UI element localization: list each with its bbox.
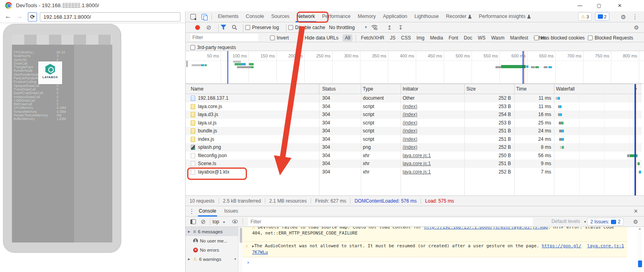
col-header-waterfall[interactable]: Waterfall xyxy=(556,86,575,92)
filter-type-ws[interactable]: WS xyxy=(476,34,488,41)
import-har-icon[interactable]: ↥ xyxy=(387,22,392,32)
console-warning-sourcemap[interactable]: ⚠ DevTools failed to load source map: Co… xyxy=(243,227,627,242)
network-settings-gear-icon[interactable]: ⚙ xyxy=(634,24,639,31)
col-header-time[interactable]: Time xyxy=(516,86,527,92)
filter-type-fetch-xhr[interactable]: Fetch/XHR xyxy=(358,34,387,41)
request-initiator[interactable]: (index) xyxy=(403,135,417,144)
preserve-log-checkbox[interactable]: Preserve log xyxy=(245,22,279,32)
console-sidebar-no-user-me-[interactable]: No user me... xyxy=(186,236,238,245)
tab-elements[interactable]: Elements xyxy=(214,11,242,22)
filter-type-js[interactable]: JS xyxy=(388,34,398,41)
request-initiator[interactable]: (index) xyxy=(403,143,417,152)
filter-type-wasm[interactable]: Wasm xyxy=(489,34,507,41)
table-row-laya.ui.js[interactable]: laya.ui.js304script(index)253 B25 ms xyxy=(186,119,642,127)
maximize-button[interactable]: ▢ xyxy=(590,0,608,11)
table-row-splash.png[interactable]: splash.png304png(index)252 B8 ms xyxy=(186,143,642,152)
expand-caret-icon[interactable]: ▶ xyxy=(188,230,191,233)
network-filter-input[interactable] xyxy=(190,34,258,41)
filter-type-media[interactable]: Media xyxy=(428,34,446,41)
tab-memory[interactable]: Memory xyxy=(354,11,379,22)
request-initiator[interactable]: laya.core.js:1 xyxy=(403,152,431,160)
has-blocked-cookies-checkbox[interactable]: Has blocked cookies xyxy=(534,33,585,43)
col-header-size[interactable]: Size xyxy=(466,86,476,92)
clear-console-icon[interactable]: ⊘ xyxy=(201,218,206,225)
live-expression-eye-icon[interactable] xyxy=(232,220,238,223)
url-bar[interactable]: 192.168.137.1:8000/ xyxy=(40,12,180,22)
col-header-name[interactable]: Name xyxy=(191,86,204,92)
request-initiator[interactable]: (index) xyxy=(403,127,417,135)
console-settings-gear-icon[interactable]: ⚙ xyxy=(633,219,638,225)
export-har-icon[interactable]: ↧ xyxy=(398,22,403,32)
tab-console[interactable]: Console xyxy=(242,11,268,22)
console-context-dropdown[interactable]: top ▼ xyxy=(213,219,226,225)
table-row-fileconfig.json[interactable]: fileconfig.json304xhrlaya.core.js:1250 B… xyxy=(186,152,642,160)
console-sidebar-6-messages[interactable]: ▶≡6 messages xyxy=(186,227,238,236)
chevron-down-icon[interactable]: ▼ xyxy=(234,258,237,260)
filter-type-font[interactable]: Font xyxy=(446,34,460,41)
scroll-up-arrow-icon[interactable]: ▲ xyxy=(638,227,642,231)
filter-type-doc[interactable]: Doc xyxy=(461,34,474,41)
console-sidebar-toggle-icon[interactable] xyxy=(190,219,196,224)
filter-type-img[interactable]: Img xyxy=(414,34,427,41)
close-button[interactable]: ✕ xyxy=(611,0,629,11)
console-warning-audiocontext[interactable]: ⚠ laya.core.js:1 ▶The AudioContext was n… xyxy=(243,242,627,257)
filter-type-all[interactable]: All xyxy=(343,34,352,41)
console-sidebar-no-errors[interactable]: ✕No errors xyxy=(186,245,238,254)
msg2-link-part1[interactable]: https://goo.gl/ xyxy=(542,243,581,248)
reload-button[interactable]: ⟳ xyxy=(28,12,37,22)
table-row-192.168.137.1[interactable]: 192.168.137.1304documentOther252 B11 ms xyxy=(186,94,642,102)
throttling-dropdown[interactable]: No throttling ▼ xyxy=(329,22,368,32)
table-row-laya.d3.js[interactable]: laya.d3.js304script(index)254 B16 ms xyxy=(186,110,642,119)
tab-recorder[interactable]: Recorder xyxy=(442,11,475,22)
search-icon[interactable] xyxy=(232,22,237,32)
table-row-Scene.ls[interactable]: Scene.ls304xhrlaya.core.js:1251 B9 ms xyxy=(186,160,642,168)
network-overview-timeline[interactable]: 50 ms100 ms150 ms200 ms250 ms300 ms350 m… xyxy=(186,51,644,84)
scrollbar-thumb[interactable] xyxy=(638,260,642,267)
tab-sources[interactable]: Sources xyxy=(268,11,293,22)
warnings-badge[interactable]: ⚠ 3 xyxy=(578,12,592,21)
tab-performance-insights[interactable]: Performance insights xyxy=(475,11,534,22)
filter-type-manifest[interactable]: Manifest xyxy=(508,34,530,41)
settings-gear-icon[interactable]: ⚙ xyxy=(621,14,626,21)
filter-type-css[interactable]: CSS xyxy=(399,34,413,41)
col-header-status[interactable]: Status xyxy=(322,86,336,92)
table-row-laya.core.js[interactable]: laya.core.js304script(index)253 B11 ms xyxy=(186,102,642,111)
overview-handle[interactable] xyxy=(186,61,188,67)
request-initiator[interactable]: laya.core.js:1 xyxy=(403,160,431,168)
network-conditions-icon[interactable] xyxy=(371,22,378,32)
request-initiator[interactable]: (index) xyxy=(403,110,417,119)
col-header-type[interactable]: Type xyxy=(363,86,373,92)
tab-lighthouse[interactable]: Lighthouse xyxy=(411,11,442,22)
console-sidebar-scrollbar[interactable] xyxy=(239,227,243,272)
filter-funnel-icon[interactable] xyxy=(221,22,226,32)
console-filter-input[interactable] xyxy=(248,218,533,226)
clear-network-icon[interactable]: ⊘ xyxy=(206,22,211,32)
invert-checkbox[interactable]: Invert xyxy=(270,33,289,43)
issues-badge[interactable]: 2 xyxy=(595,12,609,21)
disable-cache-checkbox[interactable]: Disable cache xyxy=(288,22,325,32)
forward-icon[interactable]: → xyxy=(16,12,23,20)
drawer-menu-icon[interactable]: ⋮ xyxy=(189,208,195,215)
request-initiator[interactable]: laya.core.js:1 xyxy=(403,168,431,176)
table-row-index.js[interactable]: index.js304script(index)251 B24 ms xyxy=(186,135,642,144)
table-row-bundle.js[interactable]: bundle.js304script(index)251 B24 ms xyxy=(186,127,642,135)
msg1-link[interactable]: http://192.168.137.1:8000/js/min/laya.d3… xyxy=(424,227,548,230)
inspect-element-icon[interactable] xyxy=(190,14,196,20)
log-levels-dropdown[interactable]: Default levels ▼ xyxy=(552,219,587,224)
msg2-link-part2[interactable]: 7K7WLu xyxy=(252,250,268,255)
issues-counter-button[interactable]: 2 Issues: 2 xyxy=(587,218,624,226)
drawer-tab-issues[interactable]: Issues xyxy=(220,206,242,217)
drawer-tab-console[interactable]: Console xyxy=(195,206,220,217)
hide-data-urls-checkbox[interactable]: Hide data URLs xyxy=(298,33,339,43)
more-options-icon[interactable]: ⋮ xyxy=(632,13,638,20)
blocked-requests-checkbox[interactable]: Blocked Requests xyxy=(588,33,633,43)
table-row-layabox@1.ktx[interactable]: layabox@1.ktx304xhrlaya.core.js:1252 B7 … xyxy=(186,168,642,176)
request-initiator[interactable]: (index) xyxy=(403,119,417,127)
col-header-initiator[interactable]: Initiator xyxy=(403,86,418,92)
console-sidebar-6-warnings[interactable]: ▶⚠6 warnings▼ xyxy=(186,254,238,264)
request-initiator[interactable]: (index) xyxy=(403,102,417,111)
console-prompt-chevron[interactable]: › xyxy=(243,257,627,265)
drawer-close-icon[interactable]: ✕ xyxy=(634,208,638,214)
console-scrollbar[interactable]: ▲ xyxy=(638,227,642,272)
record-network-log-button[interactable] xyxy=(195,22,200,32)
